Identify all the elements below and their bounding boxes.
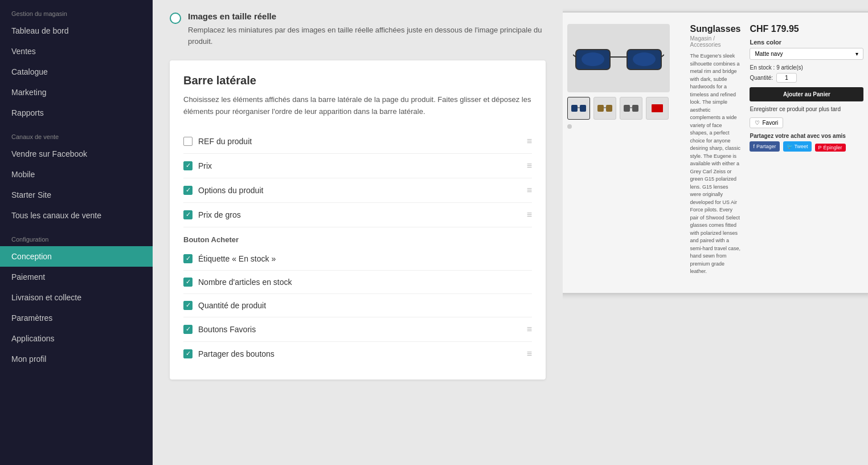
svg-rect-8 <box>580 105 586 112</box>
thumbnail-1[interactable] <box>567 97 590 120</box>
svg-rect-16 <box>652 104 663 112</box>
checkbox-favoris[interactable]: ✓ <box>183 325 193 334</box>
checkbox-partager[interactable]: ✓ <box>183 349 193 358</box>
drag-handle-ref[interactable]: ≡ <box>527 136 532 146</box>
heart-icon: ♡ <box>755 120 760 126</box>
device-frame: Sunglasses Magasin / Accessories The Eug… <box>563 11 868 294</box>
product-main-image <box>567 24 670 92</box>
favori-button[interactable]: ♡ Favori <box>750 117 783 128</box>
sidebar-item-conception[interactable]: Conception <box>0 246 153 267</box>
pinterest-icon: P <box>818 145 822 150</box>
sidebar-item-starter-site[interactable]: Starter Site <box>0 185 153 205</box>
sidebar-item-paiement[interactable]: Paiement <box>0 267 153 287</box>
sidebar: Gestion du magasin Tableau de bord Vente… <box>0 0 153 465</box>
share-facebook-label: Partager <box>756 144 776 149</box>
sidebar-item-mon-profil[interactable]: Mon profil <box>0 349 153 369</box>
lens-color-label: Lens color <box>750 39 863 46</box>
svg-rect-13 <box>624 105 630 112</box>
nav-dots <box>567 124 681 129</box>
drag-handle-prix-gros[interactable]: ≡ <box>527 210 532 220</box>
preview-panel: Sunglasses Magasin / Accessories The Eug… <box>563 0 868 465</box>
nav-dot-1 <box>567 124 572 129</box>
sidebar-item-mobile[interactable]: Mobile <box>0 164 153 185</box>
image-option-desc: Remplacez les miniatures par des images … <box>188 25 546 47</box>
share-facebook-button[interactable]: f Partager <box>750 141 779 152</box>
bouton-section-heading: Bouton Acheter <box>183 227 532 247</box>
check-item-nombre: ✓ Nombre d'articles en stock <box>183 271 532 294</box>
barre-laterale-card: Barre latérale Choisissez les éléments a… <box>170 60 546 380</box>
check-label-options: Options du produit <box>198 186 263 195</box>
check-item-etiquette: ✓ Étiquette « En stock » <box>183 247 532 271</box>
share-buttons: f Partager 🐦 Tweet P Épingler <box>750 141 863 152</box>
radio-images-reelle[interactable] <box>170 13 181 24</box>
svg-rect-10 <box>597 105 604 112</box>
barre-laterale-title: Barre latérale <box>183 74 532 87</box>
image-option: Images en taille réelle Remplacez les mi… <box>170 11 546 47</box>
sidebar-section-config: Configuration <box>0 226 153 246</box>
quantity-row: Quantité: <box>750 73 863 83</box>
image-option-text: Images en taille réelle Remplacez les mi… <box>188 11 546 47</box>
sidebar-item-ventes[interactable]: Ventes <box>0 41 153 62</box>
share-pinterest-label: Épingler <box>824 145 842 150</box>
sidebar-item-facebook[interactable]: Vendre sur Facebook <box>0 144 153 164</box>
sidebar-item-livraison[interactable]: Livraison et collecte <box>0 287 153 308</box>
svg-point-6 <box>633 52 656 66</box>
sunglasses-svg <box>573 41 664 75</box>
sidebar-item-parametres[interactable]: Paramètres <box>0 308 153 328</box>
drag-handle-partager[interactable]: ≡ <box>527 349 532 359</box>
thumbnail-row <box>567 97 681 120</box>
settings-panel: Images en taille réelle Remplacez les mi… <box>153 0 563 465</box>
check-label-ref: REF du produit <box>198 137 252 146</box>
sidebar-item-tous-canaux[interactable]: Tous les canaux de vente <box>0 205 153 226</box>
barre-laterale-desc: Choisissez les éléments affichés dans la… <box>183 94 532 118</box>
stock-info: En stock : 9 article(s) <box>750 64 863 71</box>
checkbox-options[interactable]: ✓ <box>183 186 193 195</box>
thumbnail-4[interactable] <box>646 97 669 120</box>
drag-handle-favoris[interactable]: ≡ <box>527 324 532 335</box>
thumbnail-2[interactable] <box>593 97 616 120</box>
sidebar-section-gestion: Gestion du magasin <box>0 0 153 21</box>
facebook-icon: f <box>753 144 755 149</box>
svg-rect-7 <box>571 105 578 112</box>
save-later: Enregistrer ce produit pour plus tard <box>750 106 863 112</box>
checkbox-quantite[interactable]: ✓ <box>183 301 193 310</box>
main-content: Images en taille réelle Remplacez les mi… <box>153 0 868 465</box>
check-item-options: ✓ Options du produit ≡ <box>183 178 532 203</box>
lens-color-value: Matte navy <box>755 51 783 57</box>
share-pinterest-button[interactable]: P Épingler <box>815 144 846 152</box>
thumbnail-3[interactable] <box>620 97 642 120</box>
checkbox-ref[interactable] <box>183 137 193 146</box>
check-item-quantite: ✓ Quantité de produit <box>183 294 532 317</box>
image-option-title: Images en taille réelle <box>188 11 546 21</box>
drag-handle-prix[interactable]: ≡ <box>527 161 532 171</box>
breadcrumb-sep: / <box>713 35 715 42</box>
check-label-nombre: Nombre d'articles en stock <box>198 278 292 287</box>
sidebar-item-marketing[interactable]: Marketing <box>0 82 153 103</box>
sidebar-item-applications[interactable]: Applications <box>0 328 153 349</box>
check-item-prix-gros: ✓ Prix de gros ≡ <box>183 203 532 227</box>
favori-label: Favori <box>762 120 778 126</box>
check-item-favoris: ✓ Boutons Favoris ≡ <box>183 317 532 342</box>
checkbox-etiquette[interactable]: ✓ <box>183 254 193 263</box>
check-label-etiquette: Étiquette « En stock » <box>198 254 276 263</box>
share-twitter-button[interactable]: 🐦 Tweet <box>783 141 812 152</box>
check-label-favoris: Boutons Favoris <box>198 325 256 334</box>
drag-handle-options[interactable]: ≡ <box>527 185 532 195</box>
share-twitter-label: Tweet <box>795 144 808 149</box>
checkbox-nombre[interactable]: ✓ <box>183 278 193 287</box>
sidebar-item-rapports[interactable]: Rapports <box>0 103 153 123</box>
product-title: Sunglasses <box>690 24 741 34</box>
sidebar-item-tableau-de-bord[interactable]: Tableau de bord <box>0 21 153 41</box>
twitter-icon: 🐦 <box>787 144 793 149</box>
sidebar-item-catalogue[interactable]: Catalogue <box>0 62 153 82</box>
add-to-cart-button[interactable]: Ajouter au Panier <box>750 87 863 101</box>
check-item-partager: ✓ Partager des boutons ≡ <box>183 342 532 366</box>
checkbox-prix[interactable]: ✓ <box>183 161 193 170</box>
check-item-ref: REF du produit ≡ <box>183 129 532 154</box>
lens-color-select[interactable]: Matte navy ▾ <box>750 48 863 60</box>
check-label-prix: Prix <box>198 161 212 170</box>
checkbox-prix-gros[interactable]: ✓ <box>183 210 193 219</box>
quantity-input[interactable] <box>776 73 797 83</box>
sidebar-section-canaux: Canaux de vente <box>0 123 153 144</box>
svg-rect-11 <box>606 105 612 112</box>
